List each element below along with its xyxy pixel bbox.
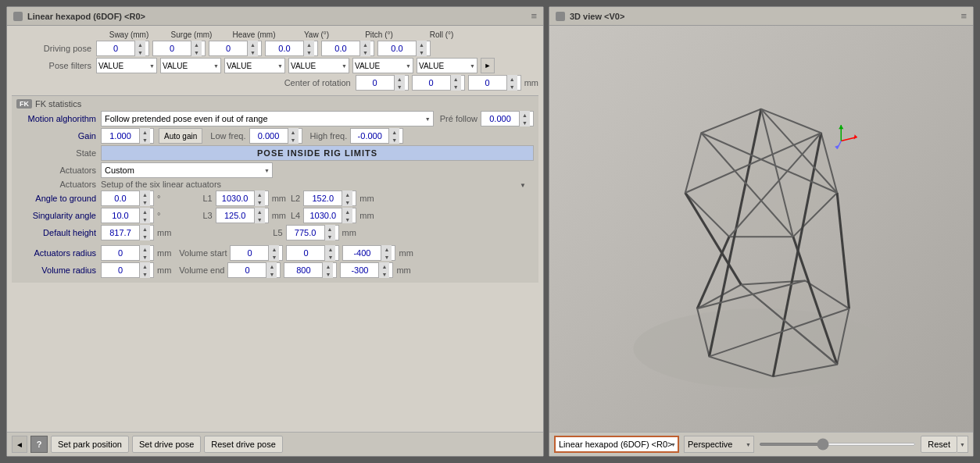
- singularity-input[interactable]: [102, 211, 139, 220]
- filter-pitch-wrap[interactable]: VALUE: [352, 58, 413, 73]
- l2-down[interactable]: ▼: [342, 198, 352, 206]
- default-height-spin[interactable]: ▲ ▼: [101, 225, 154, 240]
- l1-spin[interactable]: ▲ ▼: [216, 191, 269, 206]
- driving-pose-roll-down[interactable]: ▼: [417, 48, 427, 56]
- driving-pose-sway-arrows[interactable]: ▲ ▼: [134, 41, 145, 56]
- driving-pose-pitch-input[interactable]: [322, 44, 359, 53]
- gain-up[interactable]: ▲: [140, 128, 150, 136]
- vol-end-v1-input[interactable]: [228, 265, 266, 275]
- vol-end-v2-arrows[interactable]: ▲ ▼: [322, 262, 333, 278]
- driving-pose-yaw-arrows[interactable]: ▲ ▼: [303, 41, 314, 56]
- filter-yaw-wrap[interactable]: VALUE: [288, 58, 349, 73]
- pre-follow-up[interactable]: ▲: [520, 111, 530, 119]
- zoom-slider[interactable]: [759, 443, 916, 446]
- singularity-up[interactable]: ▲: [140, 208, 150, 215]
- view3d-canvas-area[interactable]: [549, 26, 973, 432]
- low-freq-spin[interactable]: ▲ ▼: [249, 128, 302, 144]
- filter-sway-wrap[interactable]: VALUE: [96, 58, 157, 73]
- driving-pose-heave-down[interactable]: ▼: [248, 48, 258, 56]
- center-rotation-x-up[interactable]: ▲: [395, 75, 405, 83]
- reset-drive-pose-btn[interactable]: Reset drive pose: [204, 436, 283, 453]
- high-freq-input[interactable]: [351, 131, 388, 141]
- right-panel-menu[interactable]: ≡: [960, 10, 967, 22]
- center-rotation-z-arrows[interactable]: ▲ ▼: [506, 75, 517, 91]
- volume-radius-up[interactable]: ▲: [140, 262, 150, 270]
- default-height-input[interactable]: [102, 228, 139, 237]
- filter-sway-select[interactable]: VALUE: [96, 58, 157, 73]
- pre-follow-input[interactable]: [481, 114, 519, 123]
- filter-pitch-select[interactable]: VALUE: [352, 58, 413, 73]
- vol-start-v2-arrows[interactable]: ▲ ▼: [324, 245, 335, 261]
- driving-pose-sway-up[interactable]: ▲: [135, 41, 145, 48]
- angle-ground-arrows[interactable]: ▲ ▼: [139, 191, 150, 206]
- vol-start-v2-up[interactable]: ▲: [325, 245, 335, 253]
- filter-heave-select[interactable]: VALUE: [224, 58, 285, 73]
- angle-ground-input[interactable]: [102, 194, 139, 203]
- default-height-arrows[interactable]: ▲ ▼: [139, 225, 150, 240]
- vol-start-v1-spin[interactable]: ▲ ▼: [230, 245, 283, 261]
- vol-end-v1-spin[interactable]: ▲ ▼: [227, 262, 281, 278]
- perspective-select[interactable]: Perspective Top Front Side: [684, 436, 754, 453]
- model-select[interactable]: Linear hexapod (6DOF) <R0>: [554, 436, 679, 453]
- l1-up[interactable]: ▲: [255, 191, 265, 198]
- l4-down[interactable]: ▼: [342, 215, 352, 223]
- l5-spin[interactable]: ▲ ▼: [286, 225, 339, 240]
- l3-arrows[interactable]: ▲ ▼: [254, 208, 265, 223]
- actuators-radius-up[interactable]: ▲: [140, 245, 150, 253]
- pre-follow-arrows[interactable]: ▲ ▼: [519, 111, 530, 126]
- driving-pose-pitch-arrows[interactable]: ▲ ▼: [359, 41, 370, 56]
- driving-pose-surge-up[interactable]: ▲: [191, 41, 202, 48]
- vol-end-v3-down[interactable]: ▼: [379, 270, 389, 278]
- driving-pose-yaw-up[interactable]: ▲: [304, 41, 314, 48]
- pre-follow-spin[interactable]: ▲ ▼: [481, 111, 534, 126]
- model-select-wrap[interactable]: Linear hexapod (6DOF) <R0>: [554, 436, 679, 453]
- filter-yaw-select[interactable]: VALUE: [288, 58, 349, 73]
- center-rotation-z[interactable]: ▲ ▼: [468, 75, 521, 91]
- center-rotation-y-down[interactable]: ▼: [451, 83, 461, 91]
- driving-pose-yaw[interactable]: ▲ ▼: [265, 41, 318, 56]
- vol-end-v3-input[interactable]: [341, 265, 378, 275]
- driving-pose-yaw-input[interactable]: [266, 44, 303, 53]
- low-freq-input[interactable]: [250, 131, 288, 141]
- vol-start-v3-spin[interactable]: ▲ ▼: [342, 245, 395, 261]
- l3-up[interactable]: ▲: [255, 208, 265, 215]
- vol-start-v1-down[interactable]: ▼: [269, 253, 279, 261]
- driving-pose-sway[interactable]: ▲ ▼: [96, 41, 149, 56]
- center-rotation-x[interactable]: ▲ ▼: [356, 75, 409, 91]
- perspective-select-wrap[interactable]: Perspective Top Front Side: [684, 436, 754, 453]
- gain-down[interactable]: ▼: [140, 136, 150, 144]
- l2-input[interactable]: [304, 194, 342, 203]
- volume-radius-spin[interactable]: ▲ ▼: [101, 262, 154, 278]
- gain-spin[interactable]: ▲ ▼: [101, 128, 154, 144]
- set-drive-pose-btn[interactable]: Set drive pose: [132, 436, 201, 453]
- vol-start-v2-down[interactable]: ▼: [325, 253, 335, 261]
- vol-start-v1-input[interactable]: [231, 248, 268, 258]
- l1-input[interactable]: [216, 194, 254, 203]
- filter-heave-wrap[interactable]: VALUE: [224, 58, 285, 73]
- actuators-radius-arrows[interactable]: ▲ ▼: [139, 245, 150, 261]
- l5-input[interactable]: [287, 228, 324, 237]
- l3-input[interactable]: [216, 211, 254, 220]
- driving-pose-heave[interactable]: ▲ ▼: [209, 41, 262, 56]
- vol-start-v1-up[interactable]: ▲: [269, 245, 279, 253]
- driving-pose-sway-input[interactable]: [97, 44, 134, 53]
- center-rotation-z-down[interactable]: ▼: [507, 83, 517, 91]
- driving-pose-surge-arrows[interactable]: ▲ ▼: [191, 41, 202, 56]
- center-rotation-z-input[interactable]: [469, 78, 506, 87]
- l4-input[interactable]: [304, 211, 342, 220]
- l1-down[interactable]: ▼: [255, 198, 265, 206]
- volume-radius-input[interactable]: [102, 265, 139, 275]
- l2-arrows[interactable]: ▲ ▼: [342, 191, 352, 206]
- high-freq-up[interactable]: ▲: [389, 128, 399, 136]
- angle-ground-up[interactable]: ▲: [140, 191, 150, 198]
- singularity-spin[interactable]: ▲ ▼: [101, 208, 154, 223]
- high-freq-spin[interactable]: ▲ ▼: [350, 128, 403, 144]
- l4-spin[interactable]: ▲ ▼: [303, 208, 356, 223]
- l3-down[interactable]: ▼: [255, 215, 265, 223]
- low-freq-down[interactable]: ▼: [288, 136, 299, 144]
- vol-end-v1-up[interactable]: ▲: [266, 262, 277, 270]
- reset-dropdown-btn[interactable]: ▼: [957, 436, 968, 453]
- vol-end-v1-arrows[interactable]: ▲ ▼: [266, 262, 277, 278]
- filter-surge-wrap[interactable]: VALUE: [160, 58, 221, 73]
- center-rotation-y-input[interactable]: [413, 78, 450, 87]
